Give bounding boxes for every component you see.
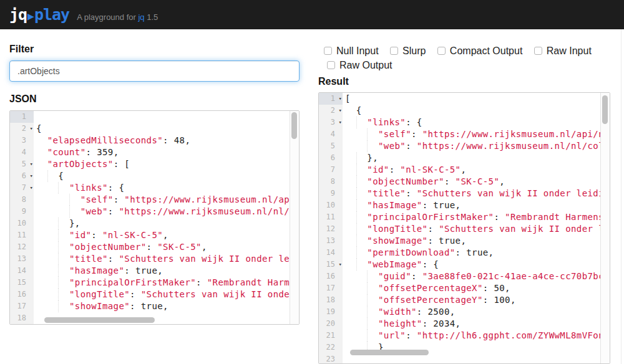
code-line-text: "web": "https://www.rijksmuseum.nl/nl/co…	[343, 140, 610, 152]
code-line[interactable]: 1	[10, 111, 299, 123]
option-raw-output[interactable]: Raw Output	[318, 60, 392, 70]
fold-arrow-icon[interactable]: ▾	[339, 117, 342, 128]
code-line[interactable]: 10 "hasImage": true,	[319, 199, 610, 211]
line-number: 1▾	[319, 93, 343, 105]
code-line[interactable]: 14 "permitDownload": true,	[319, 247, 610, 259]
compact-output-checkbox[interactable]	[437, 47, 446, 55]
code-line[interactable]: 15 "principalOrFirstMaker": "Rembrandt H…	[10, 277, 299, 289]
line-number: 5▾	[10, 158, 34, 170]
line-number: 18	[319, 294, 343, 306]
code-line-text: "artObjects": [	[34, 158, 299, 170]
code-line[interactable]: 17 "showImage": true,	[10, 300, 299, 312]
line-number: 21	[319, 330, 343, 342]
horizontal-scrollbar-thumb[interactable]	[44, 317, 155, 323]
code-line-text: "title": "Schutters van wijk II onder le…	[34, 253, 299, 265]
vertical-scrollbar-thumb[interactable]	[602, 95, 608, 124]
raw-output-checkbox[interactable]	[327, 61, 335, 69]
code-line[interactable]: 5 "web": "https://www.rijksmuseum.nl/nl/…	[319, 140, 610, 152]
code-line[interactable]: 10 },	[10, 218, 299, 229]
fold-arrow-icon[interactable]: ▾	[339, 105, 342, 117]
code-line[interactable]: 6▾ {	[10, 170, 299, 182]
raw-input-checkbox[interactable]	[534, 47, 542, 55]
json-editor[interactable]: 12▾{3 "elapsedMilliseconds": 48,4 "count…	[9, 110, 300, 325]
code-line[interactable]: 15▾ "webImage": {	[319, 259, 610, 271]
result-editor[interactable]: 1▾[2▾ {3▾ "links": {4 "self": "https://w…	[318, 92, 610, 364]
code-line[interactable]: 2▾{	[10, 123, 299, 135]
code-line-text: "showImage": true,	[343, 235, 610, 247]
code-line[interactable]: 11 "principalOrFirstMaker": "Rembrandt H…	[319, 211, 610, 223]
fold-arrow-icon[interactable]: ▾	[30, 182, 33, 194]
vertical-scrollbar-thumb[interactable]	[291, 112, 297, 139]
code-line-text: "links": {	[343, 117, 610, 128]
fold-arrow-icon[interactable]: ▾	[339, 259, 342, 271]
logo-jq-text: jq	[9, 6, 27, 24]
code-line[interactable]: 1▾[	[319, 93, 610, 105]
option-label: Null Input	[336, 44, 379, 58]
code-line[interactable]: 4 "self": "https://www.rijksmuseum.nl/ap…	[319, 128, 610, 140]
code-line-text: "self": "https://www.rijksmuseum.nl/api/…	[343, 128, 610, 140]
line-number: 8	[319, 176, 343, 188]
indent-guide	[356, 199, 357, 211]
indent-guide	[69, 194, 70, 206]
line-number: 11	[10, 229, 34, 241]
code-line[interactable]: 21 "url": "http://lh6.ggpht.com/ZYWwML8m…	[319, 330, 610, 342]
slurp-checkbox[interactable]	[390, 47, 398, 55]
option-raw-input[interactable]: Raw Input	[525, 46, 592, 56]
code-line[interactable]: 19 "width": 2500,	[319, 306, 610, 318]
filter-input[interactable]	[9, 60, 300, 82]
code-line[interactable]: 8 "self": "https://www.rijksmuseum.nl/ap…	[10, 194, 299, 206]
horizontal-scrollbar-thumb[interactable]	[350, 350, 429, 355]
option-null-input[interactable]: Null Input	[318, 46, 379, 56]
option-slurp[interactable]: Slurp	[381, 46, 426, 56]
line-number: 7	[319, 164, 343, 176]
code-line[interactable]: 12 "longTitle": "Schutters van wijk II o…	[319, 223, 610, 235]
code-line[interactable]: 14 "hasImage": true,	[10, 265, 299, 277]
indent-guide	[356, 211, 357, 223]
code-line[interactable]: 16 "guid": "3ae88fe0-021c-41ae-a4ce-cc70…	[319, 271, 610, 282]
indent-guide	[356, 247, 357, 259]
code-line[interactable]: 16 "longTitle": "Schutters van wijk II o…	[10, 289, 299, 300]
code-line[interactable]: 3 "elapsedMilliseconds": 48,	[10, 135, 299, 146]
page-scrollbar-track[interactable]	[621, 29, 622, 364]
option-label: Slurp	[402, 44, 426, 58]
code-line[interactable]: 13 "title": "Schutters van wijk II onder…	[10, 253, 299, 265]
option-compact-output[interactable]: Compact Output	[429, 46, 523, 56]
vertical-scrollbar-track[interactable]	[600, 93, 610, 363]
code-line[interactable]: 7▾ "links": {	[10, 182, 299, 194]
code-line-text: "height": 2034,	[343, 318, 610, 330]
code-line[interactable]: 5▾ "artObjects": [	[10, 158, 299, 170]
line-number: 19	[319, 306, 343, 318]
line-number: 18	[10, 312, 34, 324]
fold-arrow-icon[interactable]: ▾	[30, 123, 33, 135]
null-input-checkbox[interactable]	[324, 47, 332, 55]
code-line[interactable]: 9 "web": "https://www.rijksmuseum.nl/nl/…	[10, 206, 299, 218]
code-line-text: {	[34, 123, 299, 135]
code-line-text: },	[34, 218, 299, 229]
code-line[interactable]: 17 "offsetPercentageX": 50,	[319, 282, 610, 294]
code-line[interactable]: 12 "objectNumber": "SK-C-5",	[10, 241, 299, 253]
code-line[interactable]: 2▾ {	[319, 105, 610, 117]
code-line[interactable]: 11 "id": "nl-SK-C-5",	[10, 229, 299, 241]
indent-guide	[58, 300, 59, 312]
jq-version-link[interactable]: jq	[138, 12, 144, 22]
line-number: 22	[319, 342, 343, 353]
code-line-text: "self": "https://www.rijksmuseum.nl/api	[34, 194, 299, 206]
code-line[interactable]: 4 "count": 359,	[10, 146, 299, 158]
code-line[interactable]: 9 "title": "Schutters van wijk II onder …	[319, 188, 610, 199]
code-line[interactable]: 6 },	[319, 152, 610, 164]
code-line[interactable]: 7 "id": "nl-SK-C-5",	[319, 164, 610, 176]
indent-guide	[367, 128, 368, 140]
fold-arrow-icon[interactable]: ▾	[30, 170, 33, 182]
code-line[interactable]: 18 "offsetPercentageY": 100,	[319, 294, 610, 306]
indent-guide	[58, 218, 59, 229]
code-line[interactable]: 3▾ "links": {	[319, 117, 610, 128]
code-line[interactable]: 20 "height": 2034,	[319, 318, 610, 330]
fold-arrow-icon[interactable]: ▾	[30, 158, 33, 170]
app-logo[interactable]: jq▶play	[9, 6, 69, 24]
code-line[interactable]: 13 "showImage": true,	[319, 235, 610, 247]
code-line[interactable]: 8 "objectNumber": "SK-C-5",	[319, 176, 610, 188]
line-number: 8	[10, 194, 34, 206]
fold-arrow-icon[interactable]: ▾	[339, 93, 342, 105]
vertical-scrollbar-track[interactable]	[290, 111, 299, 324]
line-number: 7▾	[10, 182, 34, 194]
